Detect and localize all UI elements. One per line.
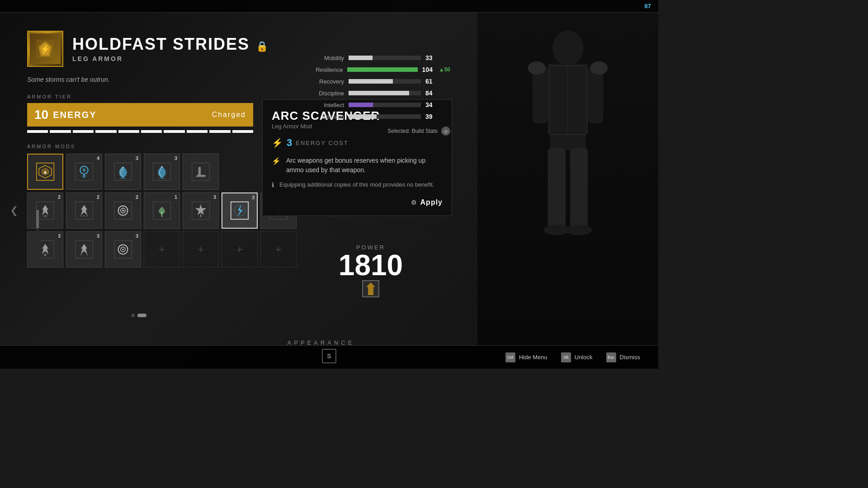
energy-label: ENERGY bbox=[53, 110, 96, 120]
build-icon: ◎ bbox=[441, 127, 450, 136]
mod-icon-r2-2 bbox=[75, 201, 94, 220]
mod-slot-r2-1[interactable]: 2 bbox=[27, 192, 63, 229]
add-slot-2[interactable]: + bbox=[183, 231, 219, 267]
add-slot-1[interactable]: + bbox=[144, 231, 180, 267]
svg-rect-30 bbox=[86, 216, 88, 217]
mod-slot-3[interactable]: 3 bbox=[105, 154, 141, 190]
pip-1 bbox=[27, 130, 48, 133]
power-section: POWER 1810 bbox=[326, 244, 416, 298]
energy-pip-row bbox=[27, 130, 253, 133]
energy-cost-number: 3 bbox=[287, 137, 292, 149]
pip-10 bbox=[232, 130, 253, 133]
stat-name-resilience: Resilience bbox=[306, 66, 343, 73]
scroll-indicator bbox=[36, 210, 39, 264]
bottom-action-unlock[interactable]: Sft Unlock bbox=[561, 352, 593, 362]
stat-row-resilience: Resilience 104 ▲50 bbox=[306, 66, 450, 73]
item-header: ⚡ HOLDFAST STRIDES 🔒 LEG ARMOR bbox=[27, 31, 326, 67]
apply-label: Apply bbox=[420, 198, 443, 206]
mod-slot-vanguard[interactable]: ▲ bbox=[27, 154, 63, 190]
mod-icon-r2-4 bbox=[152, 201, 171, 220]
svg-text:▲: ▲ bbox=[43, 169, 47, 174]
stat-name-mobility: Mobility bbox=[306, 55, 344, 61]
mod-cost-3: 3 bbox=[136, 155, 138, 161]
mod-slot-4[interactable]: 3 bbox=[144, 154, 180, 190]
mod-slot-arc-scav[interactable]: 3 bbox=[222, 192, 258, 229]
stat-value-recovery: 61 bbox=[425, 78, 438, 85]
pip-9 bbox=[209, 130, 230, 133]
svg-rect-13 bbox=[122, 177, 125, 178]
add-slot-4[interactable]: + bbox=[260, 231, 297, 267]
stat-bar-fill-strength bbox=[349, 114, 377, 119]
mod-slot-r2-3[interactable]: 2 bbox=[105, 192, 141, 229]
info-icon: ℹ bbox=[272, 181, 274, 188]
bottom-action-dismiss[interactable]: Esc Dismiss bbox=[606, 352, 641, 362]
mod-slot-r2-2[interactable]: 2 bbox=[66, 192, 102, 229]
stat-bar-fill-mobility bbox=[349, 56, 373, 60]
stat-row-mobility: Mobility 33 bbox=[306, 54, 450, 61]
mod-warning: Equipping additional copies of this mod … bbox=[279, 180, 434, 189]
stat-row-discipline: Discipline 84 bbox=[306, 89, 450, 97]
pip-8 bbox=[187, 130, 208, 133]
energy-cost-label: ENERGY COST bbox=[296, 140, 348, 146]
mod-icon-2 bbox=[75, 162, 94, 181]
apply-button[interactable]: ⚙ Apply bbox=[272, 198, 443, 206]
mod-cost-arc-scav: 3 bbox=[252, 195, 255, 200]
svg-rect-14 bbox=[120, 178, 126, 179]
mod-cost-r2-1: 2 bbox=[58, 194, 61, 200]
stat-bar-fill-intellect bbox=[349, 103, 373, 107]
mod-icon-3 bbox=[113, 162, 132, 181]
svg-rect-19 bbox=[160, 177, 164, 178]
stat-bar-recovery bbox=[349, 79, 421, 84]
mod-slot-r2-4[interactable]: 1 bbox=[144, 192, 180, 229]
stat-row-recovery: Recovery 61 bbox=[306, 78, 450, 85]
add-cross-1: + bbox=[159, 244, 165, 255]
mod-cost-r3-1: 3 bbox=[58, 233, 61, 239]
mod-slot-5[interactable] bbox=[183, 154, 219, 190]
stat-value-resilience: 104 bbox=[422, 66, 434, 73]
svg-rect-25 bbox=[44, 216, 47, 217]
mod-slot-2[interactable]: 4 bbox=[66, 154, 102, 190]
svg-point-21 bbox=[161, 166, 163, 168]
character-svg bbox=[477, 13, 658, 345]
svg-rect-20 bbox=[159, 178, 165, 179]
esc-key: Esc bbox=[606, 352, 616, 362]
add-slot-3[interactable]: + bbox=[222, 231, 258, 267]
character-panel bbox=[477, 13, 658, 345]
selected-build: Selected: Build Stats ◎ bbox=[306, 127, 450, 136]
mod-slot-r3-2[interactable]: 3 bbox=[66, 231, 102, 267]
svg-text:⚡: ⚡ bbox=[40, 44, 51, 54]
add-cross-3: + bbox=[236, 244, 243, 255]
mod-icon-arc-scav bbox=[230, 201, 249, 220]
top-bar-number: 87 bbox=[645, 3, 651, 9]
shift-key: Sft bbox=[561, 352, 571, 362]
stat-name-discipline: Discipline bbox=[306, 90, 344, 97]
stat-value-discipline: 84 bbox=[425, 89, 438, 97]
item-name: HOLDFAST STRIDES 🔒 bbox=[72, 35, 268, 53]
svg-rect-46 bbox=[86, 254, 88, 256]
bottom-action-hide[interactable]: Ctrl Hide Menu bbox=[505, 352, 547, 362]
mod-icon-4 bbox=[152, 162, 171, 181]
mod-energy-cost-row: ⚡ 3 ENERGY COST bbox=[272, 137, 443, 149]
add-cross-4: + bbox=[275, 244, 282, 255]
energy-charged: Charged bbox=[212, 111, 246, 119]
svg-point-50 bbox=[122, 249, 124, 250]
svg-point-15 bbox=[122, 167, 124, 169]
pip-6 bbox=[141, 130, 162, 133]
lock-icon: 🔒 bbox=[256, 41, 268, 52]
arc-icon: ⚡ bbox=[272, 157, 281, 165]
pip-4 bbox=[95, 130, 116, 133]
item-title-area: HOLDFAST STRIDES 🔒 LEG ARMOR bbox=[72, 35, 268, 62]
stat-name-strength: Strength bbox=[306, 113, 344, 120]
item-description: Some storms can't be outrun. bbox=[27, 76, 326, 83]
svg-point-17 bbox=[123, 172, 124, 173]
power-icon bbox=[362, 280, 380, 298]
mod-slot-r3-3[interactable]: 3 bbox=[105, 231, 141, 267]
mod-description-row: ⚡ Arc weapons get bonus reserves when pi… bbox=[272, 156, 443, 175]
top-bar: 87 bbox=[0, 0, 658, 13]
svg-rect-29 bbox=[83, 216, 85, 217]
mod-slot-r3-1[interactable]: 3 bbox=[27, 231, 63, 267]
mod-slot-r2-5[interactable]: 3 bbox=[183, 192, 219, 229]
svg-rect-23 bbox=[196, 176, 206, 178]
pip-3 bbox=[73, 130, 94, 133]
mods-left-arrow[interactable]: ❮ bbox=[10, 205, 18, 216]
